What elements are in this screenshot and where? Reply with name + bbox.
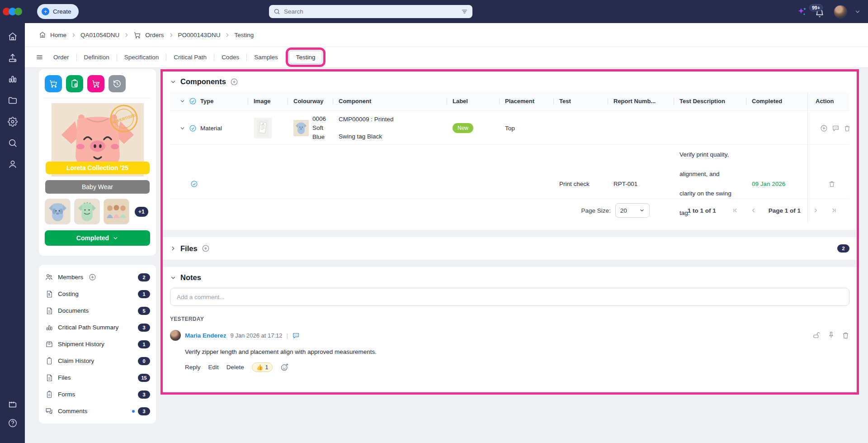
- menu-icon[interactable]: [36, 53, 43, 61]
- sidebar-item-documents[interactable]: Documents 5: [45, 302, 150, 319]
- tab-samples[interactable]: Samples: [253, 52, 279, 62]
- tab-specification[interactable]: Specification: [123, 52, 160, 62]
- collapse-row-icon[interactable]: [179, 125, 185, 131]
- files-section[interactable]: Files 2: [163, 237, 857, 260]
- delete-icon[interactable]: [828, 180, 835, 188]
- sidebar-item-comments[interactable]: Comments 3: [45, 403, 150, 419]
- delete-icon[interactable]: [844, 124, 851, 132]
- history-button[interactable]: [108, 75, 126, 92]
- breadcrumb-home[interactable]: Home: [50, 32, 66, 38]
- delete-button[interactable]: Delete: [226, 364, 244, 371]
- last-page-icon[interactable]: [830, 207, 837, 214]
- tab-testing[interactable]: Testing: [289, 51, 323, 64]
- comment-icon[interactable]: [832, 124, 840, 132]
- count-badge: 1: [138, 290, 150, 298]
- edit-button[interactable]: Edit: [208, 364, 219, 371]
- thumbnail-babies-photo[interactable]: [104, 199, 129, 224]
- create-button[interactable]: + Create: [37, 4, 79, 19]
- sidebar-item-files[interactable]: Files 15: [45, 369, 150, 386]
- breadcrumb-collection[interactable]: QA01054DNU: [80, 32, 119, 38]
- extra-images-badge[interactable]: +1: [135, 207, 148, 217]
- add-member-icon[interactable]: [89, 273, 96, 281]
- select-all-check-icon[interactable]: [189, 97, 197, 105]
- tab-order[interactable]: Order: [52, 52, 70, 62]
- delete-note-icon[interactable]: [842, 331, 849, 339]
- chevron-right-icon: [224, 32, 230, 38]
- reply-button[interactable]: Reply: [185, 364, 201, 371]
- tab-critical-path[interactable]: Critical Path: [173, 52, 208, 62]
- app-logo[interactable]: [0, 0, 25, 23]
- sidebar-item-forms[interactable]: Forms 3: [45, 386, 150, 403]
- expand-files-icon[interactable]: [170, 245, 176, 252]
- row-check-icon[interactable]: [190, 180, 198, 188]
- tab-definition[interactable]: Definition: [83, 52, 110, 62]
- plus-icon: +: [42, 8, 49, 15]
- breadcrumb-orders[interactable]: Orders: [145, 32, 164, 38]
- search-icon: [274, 8, 280, 15]
- sidebar-item-claim-history[interactable]: Claim History 0: [45, 352, 150, 369]
- topbar: + Create 99+: [0, 0, 868, 23]
- count-badge: 3: [138, 391, 150, 399]
- page-size-select[interactable]: 20: [615, 203, 650, 218]
- collapse-components-icon[interactable]: [170, 79, 176, 85]
- component-name: CMP00009 : Printed Swing tag Black: [333, 111, 447, 145]
- annotation-frame: Components Type Image Colourwa: [160, 69, 859, 395]
- search-input[interactable]: [284, 8, 458, 15]
- first-page-icon[interactable]: [732, 207, 739, 214]
- sidebar-item-critical-path-summary[interactable]: Critical Path Summary 3: [45, 319, 150, 336]
- notifications-button[interactable]: 99+: [815, 5, 826, 19]
- order-cart-button[interactable]: [45, 75, 62, 92]
- component-image-thumb[interactable]: [254, 118, 272, 138]
- breadcrumb: Home QA01054DNU Orders PO000143DNU Testi…: [25, 23, 868, 47]
- shipment-box-icon: [45, 340, 53, 348]
- next-page-icon[interactable]: [812, 207, 819, 214]
- sidebar-item-shipment-history[interactable]: Shipment History 1: [45, 336, 150, 352]
- profile-icon[interactable]: [7, 159, 18, 170]
- tab-codes[interactable]: Codes: [221, 52, 240, 62]
- unlock-icon[interactable]: [812, 331, 821, 339]
- chevron-down-icon[interactable]: [854, 9, 861, 15]
- order-tabs: Order Definition Specification Critical …: [25, 47, 868, 68]
- workspace-icon[interactable]: [7, 399, 18, 410]
- add-reaction-icon[interactable]: [280, 363, 289, 372]
- clipboard-icon: [45, 357, 53, 365]
- sidebar-item-label: Comments: [58, 408, 87, 414]
- search-rail-icon[interactable]: [7, 138, 18, 148]
- cancel-order-button[interactable]: [87, 75, 104, 92]
- content-area: ADVERTISED Loreta Collection '25 Baby We…: [25, 68, 868, 443]
- user-avatar[interactable]: [834, 5, 847, 19]
- comment-text: Verify zipper length and placement align…: [185, 348, 849, 355]
- home-icon[interactable]: [7, 31, 18, 42]
- add-comment-input[interactable]: [170, 288, 849, 306]
- completed-date: 09 Jan 2026: [746, 181, 807, 187]
- column-header: Image: [248, 92, 288, 110]
- breadcrumb-order-id[interactable]: PO000143DNU: [178, 32, 221, 38]
- help-icon[interactable]: [7, 418, 18, 429]
- comment-thread-icon[interactable]: [292, 332, 300, 339]
- row-check-icon[interactable]: [189, 124, 197, 132]
- expand-all-icon[interactable]: [179, 98, 185, 104]
- thumbnail-green-onesie[interactable]: [74, 199, 100, 224]
- analytics-icon[interactable]: [7, 74, 18, 85]
- thumbsup-reaction[interactable]: 👍 1: [252, 362, 273, 372]
- thumbnail-blue-onesie[interactable]: [45, 199, 71, 224]
- add-file-icon[interactable]: [202, 244, 210, 252]
- upload-icon[interactable]: [7, 52, 18, 63]
- pin-icon[interactable]: [827, 331, 835, 339]
- filter-icon[interactable]: [461, 8, 468, 15]
- status-dropdown-button[interactable]: Completed: [45, 230, 150, 246]
- sidebar-item-costing[interactable]: $ Costing 1: [45, 286, 150, 302]
- folder-icon[interactable]: [7, 95, 18, 106]
- table-header-row: Type Image Colourway Component Label Pla…: [170, 92, 849, 111]
- settings-gear-icon[interactable]: [7, 116, 18, 127]
- sidebar-item-members[interactable]: Members 2: [45, 269, 150, 286]
- comment-author[interactable]: Maria Enderez: [185, 332, 226, 339]
- clipboard-add-button[interactable]: [66, 75, 83, 92]
- count-badge: 5: [138, 307, 150, 315]
- ai-sparkle-icon[interactable]: [797, 6, 807, 17]
- colourway-thumb[interactable]: [293, 120, 309, 136]
- prev-page-icon[interactable]: [750, 207, 757, 214]
- add-component-icon[interactable]: [230, 78, 238, 86]
- add-test-icon[interactable]: [820, 124, 828, 132]
- collapse-notes-icon[interactable]: [170, 275, 176, 281]
